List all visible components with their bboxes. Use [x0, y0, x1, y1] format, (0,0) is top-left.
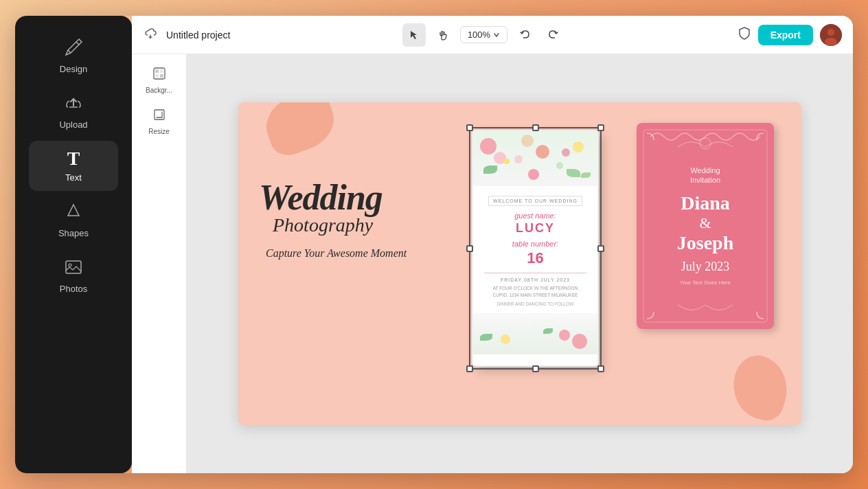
sidebar-item-design[interactable]: Design	[29, 30, 118, 82]
inv-name2: Joseph	[648, 232, 763, 254]
svg-rect-1	[66, 261, 81, 273]
project-title[interactable]: Untitled project	[166, 30, 230, 41]
sidebar-item-text[interactable]: T Text	[29, 141, 118, 191]
undo-button[interactable]	[513, 23, 536, 47]
bg-decoration-br	[726, 350, 795, 424]
flower-sm-2	[556, 162, 563, 169]
tc-guest-label: guest name:	[479, 212, 592, 220]
flower-sm-4	[504, 159, 510, 164]
photos-icon	[64, 258, 83, 280]
tc-time-line1: AT FOUR O'CLOCK IN THE AFTERNOON	[479, 285, 592, 292]
upload-icon	[64, 93, 83, 115]
flower-sm-5	[521, 135, 534, 147]
left-panel: Backgr... Resize	[132, 54, 187, 473]
app-wrapper: Design Upload T Text Sha	[15, 16, 853, 473]
svg-rect-11	[155, 110, 164, 120]
flower-sm-1	[514, 155, 523, 163]
invitation-card[interactable]: Wedding Invitation Diana & Joseph July 2…	[637, 123, 774, 329]
flower-sm-3	[528, 169, 539, 180]
inv-placeholder: Your Text Goes Here	[648, 280, 763, 286]
cloud-save-icon	[143, 25, 158, 44]
background-icon	[152, 67, 166, 84]
sel-handle-bl[interactable]	[466, 365, 473, 372]
redo-button[interactable]	[542, 23, 565, 47]
panel-resize[interactable]: Resize	[137, 102, 181, 141]
zoom-level: 100%	[468, 30, 490, 40]
flower-pink-1	[480, 138, 496, 155]
shapes-icon	[64, 202, 83, 224]
sidebar-item-photos-label: Photos	[60, 284, 87, 294]
shield-icon	[738, 26, 751, 43]
table-card-content: WELCOME TO OUR WEDDING guest name: LUCY …	[473, 186, 597, 313]
text-icon: T	[67, 149, 80, 168]
leaf-1	[581, 172, 591, 178]
sidebar-item-photos[interactable]: Photos	[29, 249, 118, 302]
sel-handle-tr[interactable]	[597, 124, 604, 131]
sel-handle-br[interactable]	[597, 365, 604, 372]
flower-sm-6	[562, 148, 570, 157]
sidebar-item-text-label: Text	[65, 172, 82, 183]
inv-title: Wedding	[648, 166, 763, 174]
inv-and: &	[648, 214, 763, 232]
resize-icon	[152, 108, 166, 125]
header: Untitled project 100%	[132, 16, 853, 54]
table-card-flowers-bottom	[473, 313, 597, 354]
inv-name1: Diana	[648, 192, 763, 214]
tc-table-number: 16	[479, 249, 592, 267]
flower-b-pink	[572, 334, 587, 349]
canvas[interactable]: Wedding Photography Capture Your Awesome…	[238, 102, 801, 425]
tc-table-label: table number:	[479, 240, 592, 248]
tc-divider	[484, 273, 586, 273]
sel-handle-tl[interactable]	[466, 124, 473, 131]
flower-green-1	[483, 166, 497, 174]
tc-footer: DINNER AND DANCING TO FOLLOW	[479, 302, 592, 306]
tc-welcome: WELCOME TO OUR WEDDING	[488, 196, 582, 206]
wedding-title: Wedding	[259, 178, 407, 217]
svg-marker-0	[68, 205, 79, 216]
inv-date: July 2023	[648, 260, 763, 274]
inv-subtitle: Invitation	[648, 176, 763, 184]
sidebar-item-upload[interactable]: Upload	[29, 85, 118, 138]
svg-point-4	[827, 29, 834, 36]
zoom-control[interactable]: 100%	[460, 26, 507, 43]
sidebar: Design Upload T Text Sha	[15, 16, 132, 473]
panel-resize-label: Resize	[148, 128, 170, 135]
svg-point-13	[700, 138, 711, 149]
panel-background[interactable]: Backgr...	[137, 61, 181, 100]
export-button[interactable]: Export	[758, 25, 813, 45]
table-card[interactable]: WELCOME TO OUR WEDDING guest name: LUCY …	[472, 130, 599, 367]
flower-b-green	[480, 334, 492, 341]
tc-time-line2: CUPID, 1234 MAIN STREET MILWAUKEE	[479, 292, 592, 299]
header-right: Export	[738, 24, 842, 46]
svg-rect-9	[155, 74, 159, 78]
hand-tool-button[interactable]	[431, 23, 455, 47]
wedding-tagline: Capture Your Awesome Moment	[266, 247, 407, 260]
leaf-b-1	[543, 328, 553, 334]
sidebar-item-design-label: Design	[60, 64, 87, 74]
sidebar-item-upload-label: Upload	[59, 120, 87, 130]
tc-guest-name: LUCY	[479, 221, 592, 236]
svg-rect-10	[160, 74, 163, 78]
table-card-flowers-top	[473, 131, 597, 186]
wedding-subtitle: Photography	[273, 214, 407, 236]
flower-yellow	[573, 141, 584, 152]
select-tool-button[interactable]	[402, 23, 426, 47]
svg-point-5	[825, 38, 837, 46]
main-area: Untitled project 100%	[132, 16, 853, 473]
flower-b-sm	[559, 330, 570, 341]
sidebar-item-shapes[interactable]: Shapes	[29, 194, 118, 247]
svg-rect-8	[160, 69, 163, 73]
content-area: Backgr... Resize	[132, 54, 853, 473]
wedding-text-area[interactable]: Wedding Photography Capture Your Awesome…	[259, 178, 407, 260]
flower-b-yellow	[501, 334, 510, 344]
panel-background-label: Backgr...	[146, 87, 172, 94]
header-center-tools: 100%	[402, 23, 565, 47]
svg-point-2	[69, 264, 71, 266]
svg-rect-7	[155, 69, 159, 73]
flower-green-2	[567, 169, 580, 177]
design-icon	[64, 38, 83, 60]
canvas-area: Wedding Photography Capture Your Awesome…	[187, 54, 853, 473]
bg-decoration-tl	[258, 102, 341, 161]
flower-coral	[536, 145, 549, 159]
user-avatar[interactable]	[820, 24, 842, 46]
